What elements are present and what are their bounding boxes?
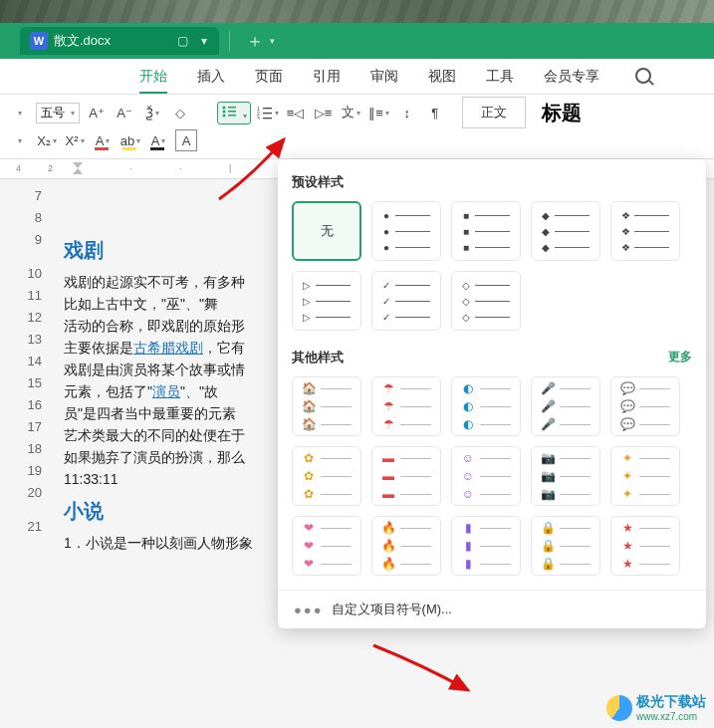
bullet-preset[interactable]: ❖❖❖ — [610, 201, 680, 261]
bullet-other-preset[interactable]: ▬▬▬ — [371, 446, 441, 506]
character-border-icon[interactable]: A — [175, 129, 197, 151]
presentation-mode-icon[interactable]: ▢ — [175, 34, 189, 48]
svg-point-2 — [223, 110, 226, 113]
svg-text:3: 3 — [257, 116, 260, 120]
ruler-mark: 4 — [16, 163, 21, 173]
menu-member[interactable]: 会员专享 — [544, 68, 599, 94]
other-section-title: 其他样式 更多 — [292, 349, 692, 366]
custom-bullet-label: 自定义项目符号(M)... — [332, 601, 452, 618]
watermark: 极光下载站 www.xz7.com — [606, 693, 706, 722]
menu-tools[interactable]: 工具 — [486, 68, 514, 94]
toolbar: ▾ 五号▾ A⁺ A⁻ Ѯ▾ ◇ ▾ 123▾ ≡◁ ▷≡ 文▾ ‖≡▾ ↕ ¶… — [0, 95, 714, 159]
document-title: 散文.docx — [54, 32, 111, 50]
bullet-other-preset[interactable]: 🔥🔥🔥 — [371, 516, 441, 576]
menu-insert[interactable]: 插入 — [197, 68, 225, 94]
menu-reference[interactable]: 引用 — [313, 68, 341, 94]
bullet-other-preset[interactable]: ☺☺☺ — [451, 446, 521, 506]
font-family-dropdown[interactable]: ▾ — [8, 102, 30, 123]
annotation-arrow — [368, 640, 478, 700]
menu-bar: 开始 插入 页面 引用 审阅 视图 工具 会员专享 — [0, 59, 714, 95]
bullet-preset[interactable]: ●●● — [371, 201, 441, 261]
bullet-list-button[interactable]: ▾ — [217, 102, 251, 124]
watermark-name: 极光下载站 — [636, 693, 706, 711]
style-normal[interactable]: 正文 — [462, 97, 526, 128]
style-heading[interactable]: 标题 — [542, 100, 582, 126]
bullet-other-preset[interactable]: 🔒🔒🔒 — [531, 516, 600, 576]
svg-rect-9 — [263, 113, 272, 114]
svg-point-4 — [223, 114, 226, 117]
svg-marker-12 — [73, 162, 83, 168]
svg-point-0 — [223, 106, 226, 109]
svg-rect-5 — [228, 115, 236, 117]
search-icon[interactable] — [635, 68, 651, 84]
increase-font-icon[interactable]: A⁺ — [86, 102, 108, 123]
bullet-other-preset[interactable]: ❤❤❤ — [292, 516, 361, 576]
bullet-other-preset[interactable]: 🎤🎤🎤 — [531, 376, 600, 436]
watermark-logo-icon — [606, 695, 632, 721]
bullet-other-preset[interactable]: ★★★ — [610, 516, 680, 576]
bullet-preset[interactable]: ■■■ — [451, 201, 521, 261]
font-color-icon[interactable]: A▾ — [92, 129, 114, 151]
sort-icon[interactable]: ↕ — [396, 102, 418, 123]
increase-indent-icon[interactable]: ▷≡ — [313, 102, 335, 123]
font-size-select[interactable]: 五号▾ — [36, 103, 80, 123]
svg-rect-3 — [228, 111, 236, 113]
word-doc-icon: W — [30, 32, 48, 50]
superscript-icon[interactable]: X²▾ — [64, 129, 86, 151]
new-tab-button[interactable]: ＋ — [240, 29, 270, 53]
paste-dropdown[interactable]: ▾ — [8, 129, 30, 151]
highlight-icon[interactable]: ab▾ — [119, 129, 141, 151]
custom-bullet-button[interactable]: ●●● 自定义项目符号(M)... — [278, 590, 706, 628]
bullet-style-dropdown: 预设样式 无●●●■■■◆◆◆❖❖❖▷▷▷✓✓✓◇◇◇ 其他样式 更多 🏠🏠🏠☂… — [278, 159, 706, 628]
bullet-other-preset[interactable]: 🏠🏠🏠 — [292, 376, 361, 436]
menu-review[interactable]: 审阅 — [370, 68, 398, 94]
text-direction-icon[interactable]: 文▾ — [341, 102, 362, 123]
menu-page[interactable]: 页面 — [255, 68, 283, 94]
svg-rect-11 — [263, 118, 272, 119]
preset-grid: 无●●●■■■◆◆◆❖❖❖ — [292, 201, 692, 261]
subscript-icon[interactable]: X₂▾ — [36, 129, 58, 151]
ruler-tick: · — [129, 163, 132, 173]
window-decoration — [0, 0, 714, 23]
paragraph-marks-icon[interactable]: ¶ — [424, 102, 446, 123]
tab-divider — [229, 31, 230, 51]
new-tab-dropdown-icon[interactable]: ▾ — [270, 36, 275, 46]
bullet-other-preset[interactable]: ✿✿✿ — [292, 446, 361, 506]
bullet-other-preset[interactable]: 📷📷📷 — [531, 446, 600, 506]
change-case-icon[interactable]: Ѯ▾ — [141, 102, 163, 123]
bullet-preset[interactable]: ◆◆◆ — [531, 201, 600, 261]
svg-marker-13 — [73, 168, 83, 174]
hyperlink[interactable]: 演员 — [152, 383, 180, 399]
bullet-other-preset[interactable]: 💬💬💬 — [610, 376, 680, 436]
svg-rect-1 — [228, 107, 236, 109]
watermark-url: www.xz7.com — [636, 711, 706, 722]
bullet-other-preset[interactable]: ✦✦✦ — [610, 446, 680, 506]
ellipsis-icon: ●●● — [294, 603, 324, 617]
bullet-other-preset[interactable]: ☂☂☂ — [371, 376, 441, 436]
line-number-gutter: 789101112131415161718192021 — [0, 179, 56, 554]
svg-rect-7 — [263, 108, 272, 109]
bullet-other-preset[interactable]: ◐◐◐ — [451, 376, 521, 436]
indent-marker-icon[interactable] — [72, 161, 84, 175]
tab-bar: W 散文.docx ▢ ▾ ＋ ▾ — [0, 23, 714, 59]
decrease-font-icon[interactable]: A⁻ — [114, 102, 135, 123]
bullet-preset[interactable]: ▷▷▷ — [292, 271, 361, 331]
bullet-preset[interactable]: ✓✓✓ — [371, 271, 441, 331]
other-grid: 🏠🏠🏠☂☂☂◐◐◐🎤🎤🎤💬💬💬✿✿✿▬▬▬☺☺☺📷📷📷✦✦✦❤❤❤🔥🔥🔥▮▮▮🔒… — [292, 376, 692, 576]
menu-view[interactable]: 视图 — [428, 68, 456, 94]
clear-format-icon[interactable]: ◇ — [169, 102, 191, 123]
bullet-preset[interactable]: ◇◇◇ — [451, 271, 521, 331]
decrease-indent-icon[interactable]: ≡◁ — [285, 102, 307, 123]
preset-section-title: 预设样式 — [292, 173, 692, 191]
line-spacing-icon[interactable]: ‖≡▾ — [368, 102, 390, 123]
tab-menu-icon[interactable]: ▾ — [197, 34, 211, 48]
menu-start[interactable]: 开始 — [139, 68, 167, 94]
font-color2-icon[interactable]: A▾ — [147, 129, 169, 151]
document-tab[interactable]: W 散文.docx ▢ ▾ — [20, 27, 219, 55]
numbered-list-icon[interactable]: 123▾ — [257, 102, 279, 123]
bullet-other-preset[interactable]: ▮▮▮ — [451, 516, 521, 576]
hyperlink[interactable]: 古希腊戏剧 — [133, 340, 203, 356]
bullet-preset-none[interactable]: 无 — [292, 201, 361, 261]
more-link[interactable]: 更多 — [668, 349, 692, 365]
ruler-tick: | — [229, 163, 231, 173]
